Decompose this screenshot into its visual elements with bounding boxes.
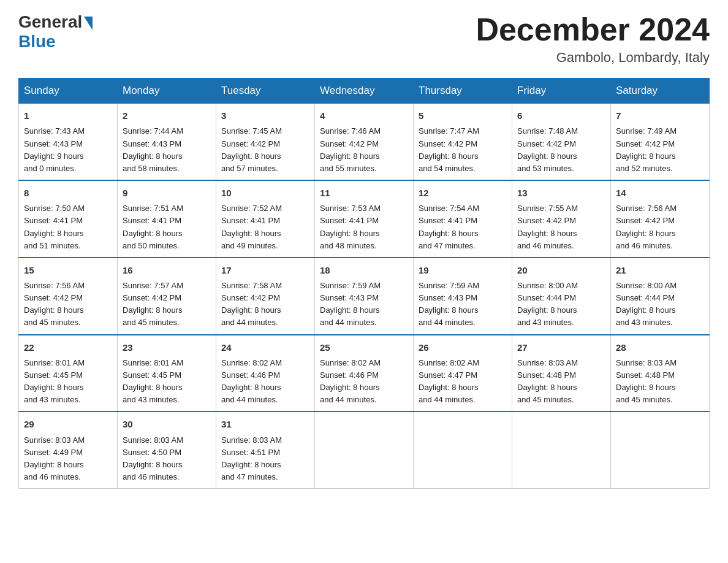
calendar-day-cell: 25Sunrise: 8:02 AMSunset: 4:46 PMDayligh… bbox=[315, 335, 414, 412]
calendar-week-row: 15Sunrise: 7:56 AMSunset: 4:42 PMDayligh… bbox=[19, 258, 710, 335]
calendar-day-cell: 18Sunrise: 7:59 AMSunset: 4:43 PMDayligh… bbox=[315, 258, 414, 335]
day-number: 6 bbox=[517, 109, 605, 123]
day-number: 27 bbox=[517, 340, 605, 354]
day-number: 24 bbox=[221, 340, 309, 354]
day-number: 11 bbox=[320, 186, 408, 200]
day-number: 1 bbox=[24, 109, 112, 123]
day-info: Sunrise: 8:03 AMSunset: 4:49 PMDaylight:… bbox=[24, 434, 112, 484]
day-number: 14 bbox=[616, 186, 704, 200]
day-info: Sunrise: 8:03 AMSunset: 4:48 PMDaylight:… bbox=[616, 357, 704, 407]
day-info: Sunrise: 7:45 AMSunset: 4:42 PMDaylight:… bbox=[221, 125, 309, 175]
day-number: 23 bbox=[123, 340, 211, 354]
day-info: Sunrise: 8:00 AMSunset: 4:44 PMDaylight:… bbox=[616, 280, 704, 329]
calendar-day-cell: 26Sunrise: 8:02 AMSunset: 4:47 PMDayligh… bbox=[414, 335, 512, 412]
calendar-day-cell: 7Sunrise: 7:49 AMSunset: 4:42 PMDaylight… bbox=[611, 104, 710, 180]
calendar-day-cell: 29Sunrise: 8:03 AMSunset: 4:49 PMDayligh… bbox=[19, 412, 118, 488]
day-info: Sunrise: 8:02 AMSunset: 4:47 PMDaylight:… bbox=[419, 357, 507, 407]
day-number: 7 bbox=[616, 109, 704, 123]
column-header-tuesday: Tuesday bbox=[216, 79, 315, 104]
day-number: 22 bbox=[24, 340, 112, 354]
day-info: Sunrise: 7:51 AMSunset: 4:41 PMDaylight:… bbox=[123, 202, 211, 252]
empty-cell bbox=[512, 412, 611, 488]
day-number: 17 bbox=[221, 263, 309, 277]
day-number: 10 bbox=[221, 186, 309, 200]
calendar-header-row: SundayMondayTuesdayWednesdayThursdayFrid… bbox=[19, 79, 710, 104]
day-number: 28 bbox=[616, 340, 704, 354]
day-info: Sunrise: 7:59 AMSunset: 4:43 PMDaylight:… bbox=[419, 280, 507, 329]
day-number: 9 bbox=[123, 186, 211, 200]
day-number: 19 bbox=[419, 263, 507, 277]
calendar-day-cell: 6Sunrise: 7:48 AMSunset: 4:42 PMDaylight… bbox=[512, 104, 611, 180]
calendar-day-cell: 3Sunrise: 7:45 AMSunset: 4:42 PMDaylight… bbox=[216, 104, 315, 180]
day-info: Sunrise: 8:03 AMSunset: 4:51 PMDaylight:… bbox=[221, 434, 309, 484]
day-number: 26 bbox=[419, 340, 507, 354]
day-info: Sunrise: 7:46 AMSunset: 4:42 PMDaylight:… bbox=[320, 125, 408, 175]
calendar-week-row: 8Sunrise: 7:50 AMSunset: 4:41 PMDaylight… bbox=[19, 180, 710, 258]
day-info: Sunrise: 8:03 AMSunset: 4:50 PMDaylight:… bbox=[123, 434, 211, 484]
day-info: Sunrise: 7:53 AMSunset: 4:41 PMDaylight:… bbox=[320, 202, 408, 252]
calendar-day-cell: 14Sunrise: 7:56 AMSunset: 4:42 PMDayligh… bbox=[611, 180, 710, 258]
calendar-day-cell: 28Sunrise: 8:03 AMSunset: 4:48 PMDayligh… bbox=[611, 335, 710, 412]
title-section: December 2024 Gambolo, Lombardy, Italy bbox=[476, 12, 710, 66]
calendar-day-cell: 23Sunrise: 8:01 AMSunset: 4:45 PMDayligh… bbox=[118, 335, 216, 412]
logo-general-text: General bbox=[18, 12, 82, 32]
column-header-friday: Friday bbox=[512, 79, 611, 104]
calendar-day-cell: 5Sunrise: 7:47 AMSunset: 4:42 PMDaylight… bbox=[414, 104, 512, 180]
calendar-day-cell: 8Sunrise: 7:50 AMSunset: 4:41 PMDaylight… bbox=[19, 180, 118, 258]
day-info: Sunrise: 7:43 AMSunset: 4:43 PMDaylight:… bbox=[24, 125, 112, 175]
calendar-week-row: 22Sunrise: 8:01 AMSunset: 4:45 PMDayligh… bbox=[19, 335, 710, 412]
logo: General Blue bbox=[18, 12, 93, 52]
location-title: Gambolo, Lombardy, Italy bbox=[476, 50, 710, 66]
column-header-wednesday: Wednesday bbox=[315, 79, 414, 104]
calendar-day-cell: 31Sunrise: 8:03 AMSunset: 4:51 PMDayligh… bbox=[216, 412, 315, 488]
day-info: Sunrise: 7:52 AMSunset: 4:41 PMDaylight:… bbox=[221, 202, 309, 252]
day-info: Sunrise: 7:50 AMSunset: 4:41 PMDaylight:… bbox=[24, 202, 112, 252]
day-info: Sunrise: 7:56 AMSunset: 4:42 PMDaylight:… bbox=[24, 280, 112, 329]
day-number: 31 bbox=[221, 417, 309, 431]
day-info: Sunrise: 7:57 AMSunset: 4:42 PMDaylight:… bbox=[123, 280, 211, 329]
calendar-week-row: 1Sunrise: 7:43 AMSunset: 4:43 PMDaylight… bbox=[19, 104, 710, 180]
day-info: Sunrise: 7:44 AMSunset: 4:43 PMDaylight:… bbox=[123, 125, 211, 175]
calendar-day-cell: 13Sunrise: 7:55 AMSunset: 4:42 PMDayligh… bbox=[512, 180, 611, 258]
day-number: 3 bbox=[221, 109, 309, 123]
calendar-day-cell: 11Sunrise: 7:53 AMSunset: 4:41 PMDayligh… bbox=[315, 180, 414, 258]
day-info: Sunrise: 7:59 AMSunset: 4:43 PMDaylight:… bbox=[320, 280, 408, 329]
calendar-day-cell: 1Sunrise: 7:43 AMSunset: 4:43 PMDaylight… bbox=[19, 104, 118, 180]
calendar-day-cell: 21Sunrise: 8:00 AMSunset: 4:44 PMDayligh… bbox=[611, 258, 710, 335]
day-number: 18 bbox=[320, 263, 408, 277]
empty-cell bbox=[611, 412, 710, 488]
day-info: Sunrise: 8:01 AMSunset: 4:45 PMDaylight:… bbox=[123, 357, 211, 407]
calendar-day-cell: 4Sunrise: 7:46 AMSunset: 4:42 PMDaylight… bbox=[315, 104, 414, 180]
day-info: Sunrise: 7:47 AMSunset: 4:42 PMDaylight:… bbox=[419, 125, 507, 175]
day-number: 2 bbox=[123, 109, 211, 123]
month-title: December 2024 bbox=[476, 12, 710, 47]
day-number: 16 bbox=[123, 263, 211, 277]
day-info: Sunrise: 7:56 AMSunset: 4:42 PMDaylight:… bbox=[616, 202, 704, 252]
day-number: 8 bbox=[24, 186, 112, 200]
day-info: Sunrise: 7:48 AMSunset: 4:42 PMDaylight:… bbox=[517, 125, 605, 175]
day-number: 30 bbox=[123, 417, 211, 431]
logo-blue-text: Blue bbox=[18, 32, 56, 52]
day-number: 29 bbox=[24, 417, 112, 431]
day-info: Sunrise: 8:02 AMSunset: 4:46 PMDaylight:… bbox=[221, 357, 309, 407]
calendar-day-cell: 9Sunrise: 7:51 AMSunset: 4:41 PMDaylight… bbox=[118, 180, 216, 258]
column-header-thursday: Thursday bbox=[414, 79, 512, 104]
calendar-day-cell: 15Sunrise: 7:56 AMSunset: 4:42 PMDayligh… bbox=[19, 258, 118, 335]
empty-cell bbox=[414, 412, 512, 488]
day-number: 20 bbox=[517, 263, 605, 277]
day-number: 13 bbox=[517, 186, 605, 200]
page-header: General Blue December 2024 Gambolo, Lomb… bbox=[18, 12, 710, 66]
column-header-saturday: Saturday bbox=[611, 79, 710, 104]
calendar-day-cell: 12Sunrise: 7:54 AMSunset: 4:41 PMDayligh… bbox=[414, 180, 512, 258]
calendar-day-cell: 20Sunrise: 8:00 AMSunset: 4:44 PMDayligh… bbox=[512, 258, 611, 335]
calendar-week-row: 29Sunrise: 8:03 AMSunset: 4:49 PMDayligh… bbox=[19, 412, 710, 488]
day-number: 12 bbox=[419, 186, 507, 200]
logo-triangle-icon bbox=[84, 17, 93, 30]
calendar-table: SundayMondayTuesdayWednesdayThursdayFrid… bbox=[18, 78, 710, 489]
day-number: 21 bbox=[616, 263, 704, 277]
calendar-day-cell: 10Sunrise: 7:52 AMSunset: 4:41 PMDayligh… bbox=[216, 180, 315, 258]
day-info: Sunrise: 7:58 AMSunset: 4:42 PMDaylight:… bbox=[221, 280, 309, 329]
day-number: 4 bbox=[320, 109, 408, 123]
day-info: Sunrise: 7:54 AMSunset: 4:41 PMDaylight:… bbox=[419, 202, 507, 252]
calendar-day-cell: 22Sunrise: 8:01 AMSunset: 4:45 PMDayligh… bbox=[19, 335, 118, 412]
